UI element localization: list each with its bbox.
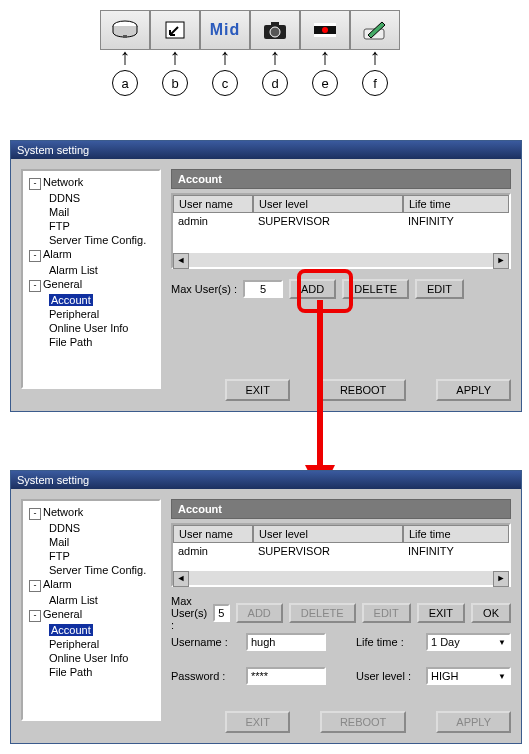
add-button[interactable]: ADD xyxy=(289,279,336,299)
chevron-down-icon: ▼ xyxy=(498,672,506,681)
toolbar-callouts: ↑a ↑b ↑c ↑d ↑e ↑f xyxy=(100,48,400,96)
user-list[interactable]: User name User level Life time admin SUP… xyxy=(171,523,511,587)
toolbar: Mid xyxy=(100,10,400,50)
edit-button-disabled: EDIT xyxy=(362,603,411,623)
apply-button[interactable]: APPLY xyxy=(436,379,511,401)
exit-editing-button[interactable]: EXIT xyxy=(417,603,465,623)
nav-tree[interactable]: -Network DDNS Mail FTP Server Time Confi… xyxy=(21,499,161,721)
tree-file-path[interactable]: File Path xyxy=(27,335,155,349)
username-input[interactable]: hugh xyxy=(246,633,326,651)
svg-rect-7 xyxy=(314,23,336,26)
svg-point-5 xyxy=(270,27,280,37)
reboot-button-disabled: REBOOT xyxy=(320,711,406,733)
delete-button[interactable]: DELETE xyxy=(342,279,409,299)
callout-d: d xyxy=(262,70,288,96)
svg-rect-1 xyxy=(123,35,127,38)
username-label: Username : xyxy=(171,636,246,648)
col-userlevel[interactable]: User level xyxy=(253,195,403,213)
svg-rect-4 xyxy=(271,22,279,26)
userlevel-select[interactable]: HIGH▼ xyxy=(426,667,511,685)
tree-ddns[interactable]: DDNS xyxy=(27,191,155,205)
callout-c: c xyxy=(212,70,238,96)
max-users-label: Max User(s) : xyxy=(171,595,207,631)
nav-tree[interactable]: -Network DDNS Mail FTP Server Time Confi… xyxy=(21,169,161,389)
tree-alarm-list[interactable]: Alarm List xyxy=(27,263,155,277)
user-list[interactable]: User name User level Life time admin SUP… xyxy=(171,193,511,269)
password-input[interactable]: **** xyxy=(246,667,326,685)
system-setting-window-1: System setting -Network DDNS Mail FTP Se… xyxy=(10,140,522,412)
svg-rect-8 xyxy=(314,34,336,37)
user-row[interactable]: admin SUPERVISOR INFINITY xyxy=(173,543,509,559)
col-username[interactable]: User name xyxy=(173,195,253,213)
edit-button[interactable]: EDIT xyxy=(415,279,464,299)
system-setting-window-2: System setting -Network DDNS Mail FTP Se… xyxy=(10,470,522,744)
h-scrollbar[interactable]: ◄► xyxy=(173,253,509,267)
apply-button-disabled: APPLY xyxy=(436,711,511,733)
add-button-disabled: ADD xyxy=(236,603,283,623)
exit-button[interactable]: EXIT xyxy=(225,379,289,401)
lifetime-label: Life time : xyxy=(356,636,426,648)
svg-point-9 xyxy=(322,27,328,33)
chevron-down-icon: ▼ xyxy=(498,638,506,647)
exit-button-disabled: EXIT xyxy=(225,711,289,733)
callout-a: a xyxy=(112,70,138,96)
tree-ftp[interactable]: FTP xyxy=(27,219,155,233)
callout-e: e xyxy=(312,70,338,96)
tree-server-time[interactable]: Server Time Config. xyxy=(27,233,155,247)
tree-account[interactable]: Account xyxy=(27,293,155,307)
tree-peripheral[interactable]: Peripheral xyxy=(27,307,155,321)
reboot-button[interactable]: REBOOT xyxy=(320,379,406,401)
callout-b: b xyxy=(162,70,188,96)
panel-title: Account xyxy=(171,169,511,189)
lifetime-select[interactable]: 1 Day▼ xyxy=(426,633,511,651)
userlevel-label: User level : xyxy=(356,670,426,682)
window-title: System setting xyxy=(11,141,521,159)
col-lifetime[interactable]: Life time xyxy=(403,195,509,213)
tree-mail[interactable]: Mail xyxy=(27,205,155,219)
window-title: System setting xyxy=(11,471,521,489)
max-users-field[interactable]: 5 xyxy=(243,280,283,298)
delete-button-disabled: DELETE xyxy=(289,603,356,623)
password-label: Password : xyxy=(171,670,246,682)
ok-button[interactable]: OK xyxy=(471,603,511,623)
max-users-field[interactable]: 5 xyxy=(213,604,230,622)
callout-f: f xyxy=(362,70,388,96)
tree-online-user[interactable]: Online User Info xyxy=(27,321,155,335)
panel-title: Account xyxy=(171,499,511,519)
user-row[interactable]: admin SUPERVISOR INFINITY xyxy=(173,213,509,229)
max-users-label: Max User(s) : xyxy=(171,283,237,295)
